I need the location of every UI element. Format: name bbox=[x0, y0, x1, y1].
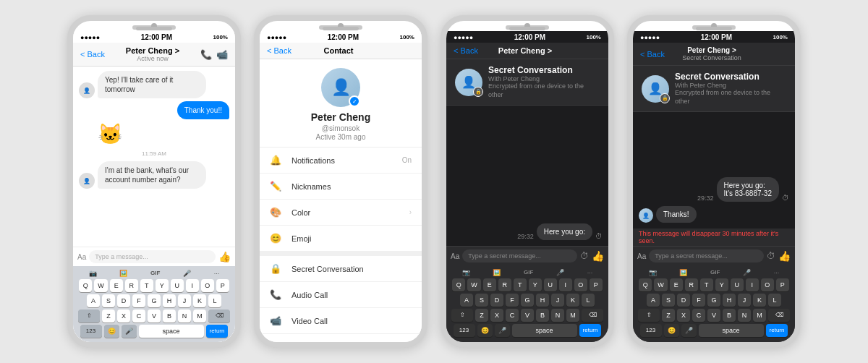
key-123[interactable]: 123 bbox=[80, 325, 102, 338]
menu-item-notifications[interactable]: 🔔 Notifications On bbox=[260, 148, 422, 174]
key-o[interactable]: O bbox=[574, 278, 587, 291]
key-return[interactable]: return bbox=[766, 324, 788, 337]
key-i[interactable]: I bbox=[559, 278, 572, 291]
kb3-more[interactable]: ··· bbox=[587, 269, 593, 276]
key-r[interactable]: R bbox=[125, 279, 138, 292]
key-return[interactable]: return bbox=[206, 325, 229, 338]
key-n[interactable]: N bbox=[551, 309, 564, 322]
key-n[interactable]: N bbox=[738, 309, 751, 322]
key-123[interactable]: 123 bbox=[454, 324, 475, 337]
key-z[interactable]: Z bbox=[102, 309, 115, 323]
key-shift[interactable]: ⇧ bbox=[78, 309, 100, 323]
key-k[interactable]: K bbox=[193, 294, 206, 307]
back-button-1[interactable]: < Back bbox=[80, 50, 105, 59]
key-f[interactable]: F bbox=[132, 294, 145, 307]
key-q[interactable]: Q bbox=[452, 278, 465, 291]
key-i[interactable]: I bbox=[186, 279, 199, 292]
kb3-camera[interactable]: 📷 bbox=[462, 269, 470, 276]
kb4-more[interactable]: ··· bbox=[774, 269, 780, 276]
key-r[interactable]: R bbox=[498, 278, 511, 291]
key-e[interactable]: E bbox=[670, 278, 683, 291]
back-button-3[interactable]: < Back bbox=[454, 46, 478, 55]
key-x[interactable]: X bbox=[677, 309, 690, 322]
key-backspace[interactable]: ⌫ bbox=[768, 309, 790, 322]
key-p[interactable]: P bbox=[216, 279, 229, 292]
key-123[interactable]: 123 bbox=[640, 324, 662, 337]
key-w[interactable]: W bbox=[94, 279, 108, 292]
key-y[interactable]: Y bbox=[715, 278, 728, 291]
timer-button-3[interactable]: ⏱ bbox=[580, 251, 589, 261]
key-z[interactable]: Z bbox=[475, 309, 488, 322]
key-w[interactable]: W bbox=[654, 278, 668, 291]
key-q[interactable]: Q bbox=[79, 279, 92, 292]
key-s[interactable]: S bbox=[102, 294, 115, 307]
key-backspace[interactable]: ⌫ bbox=[208, 309, 230, 323]
key-l[interactable]: L bbox=[208, 294, 221, 307]
kb-icon-gif[interactable]: GIF bbox=[150, 270, 160, 277]
key-mic[interactable]: 🎤 bbox=[122, 325, 137, 338]
kb4-gif[interactable]: GIF bbox=[710, 269, 720, 276]
menu-item-video[interactable]: 📹 Video Call bbox=[260, 308, 422, 334]
key-c[interactable]: C bbox=[506, 309, 519, 322]
key-return[interactable]: return bbox=[579, 324, 602, 337]
key-emoji[interactable]: 😊 bbox=[664, 324, 679, 337]
key-j[interactable]: J bbox=[738, 294, 751, 307]
key-emoji[interactable]: 😊 bbox=[104, 325, 119, 338]
key-q[interactable]: Q bbox=[639, 278, 652, 291]
key-g[interactable]: G bbox=[521, 294, 534, 307]
key-i[interactable]: I bbox=[746, 278, 759, 291]
key-b[interactable]: B bbox=[163, 309, 176, 323]
secret-message-input-4[interactable]: Type a secret message... bbox=[649, 249, 764, 262]
kb-icon-camera[interactable]: 📷 bbox=[89, 270, 97, 277]
timer-button-4[interactable]: ⏱ bbox=[767, 251, 775, 261]
key-z[interactable]: Z bbox=[662, 309, 675, 322]
key-space[interactable]: space bbox=[699, 324, 764, 337]
key-u[interactable]: U bbox=[731, 278, 744, 291]
key-t[interactable]: T bbox=[514, 278, 527, 291]
key-h[interactable]: H bbox=[723, 294, 736, 307]
key-p[interactable]: P bbox=[776, 278, 789, 291]
key-x[interactable]: X bbox=[490, 309, 503, 322]
menu-item-secret[interactable]: 🔒 Secret Conversation bbox=[260, 252, 422, 282]
key-y[interactable]: Y bbox=[156, 279, 169, 292]
key-backspace[interactable]: ⌫ bbox=[582, 309, 603, 322]
kb3-photo[interactable]: 🖼️ bbox=[493, 269, 501, 276]
key-w[interactable]: W bbox=[467, 278, 481, 291]
key-mic[interactable]: 🎤 bbox=[495, 324, 510, 337]
key-c[interactable]: C bbox=[132, 309, 145, 323]
like-icon-4[interactable]: 👍 bbox=[778, 250, 791, 262]
key-b[interactable]: B bbox=[723, 309, 736, 322]
key-m[interactable]: M bbox=[753, 309, 766, 322]
key-e[interactable]: E bbox=[110, 279, 123, 292]
kb-icon-photo[interactable]: 🖼️ bbox=[119, 270, 127, 277]
kb-icon-more[interactable]: ··· bbox=[214, 270, 220, 277]
key-g[interactable]: G bbox=[707, 294, 720, 307]
kb-icon-mic[interactable]: 🎤 bbox=[183, 270, 191, 277]
key-j[interactable]: J bbox=[178, 294, 191, 307]
key-o[interactable]: O bbox=[761, 278, 774, 291]
key-b[interactable]: B bbox=[536, 309, 549, 322]
key-space[interactable]: space bbox=[139, 325, 204, 338]
kb4-photo[interactable]: 🖼️ bbox=[679, 269, 687, 276]
key-j[interactable]: J bbox=[551, 294, 564, 307]
key-n[interactable]: N bbox=[178, 309, 191, 323]
key-u[interactable]: U bbox=[544, 278, 557, 291]
key-shift[interactable]: ⇧ bbox=[451, 309, 473, 322]
key-y[interactable]: Y bbox=[529, 278, 542, 291]
key-u[interactable]: U bbox=[171, 279, 184, 292]
phone-icon-1[interactable]: 📞 bbox=[200, 49, 212, 60]
key-t[interactable]: T bbox=[140, 279, 153, 292]
key-f[interactable]: F bbox=[692, 294, 705, 307]
key-h[interactable]: H bbox=[536, 294, 549, 307]
key-shift[interactable]: ⇧ bbox=[638, 309, 660, 322]
menu-item-color[interactable]: 🎨 Color › bbox=[260, 200, 422, 226]
key-s[interactable]: S bbox=[475, 294, 488, 307]
key-l[interactable]: L bbox=[582, 294, 595, 307]
key-d[interactable]: D bbox=[117, 294, 130, 307]
key-a[interactable]: A bbox=[87, 294, 100, 307]
key-o[interactable]: O bbox=[201, 279, 214, 292]
menu-item-emoji[interactable]: 😊 Emoji bbox=[260, 226, 422, 252]
back-button-2[interactable]: < Back bbox=[267, 46, 292, 55]
secret-message-input-3[interactable]: Type a secret message... bbox=[462, 249, 577, 262]
key-k[interactable]: K bbox=[753, 294, 766, 307]
